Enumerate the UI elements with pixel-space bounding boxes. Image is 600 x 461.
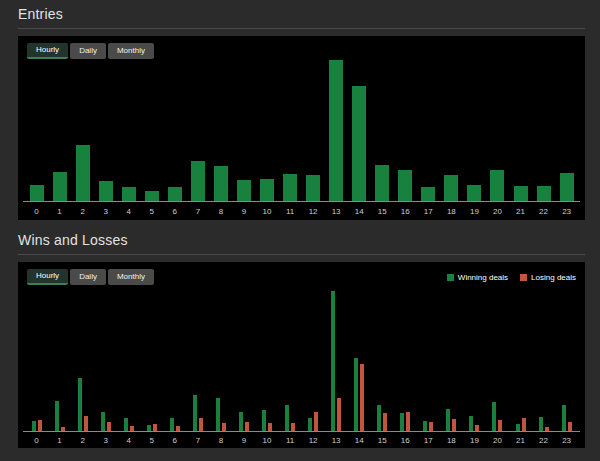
wins-losses-x-tick-3: 3: [94, 436, 117, 445]
wins-losses-bar-loss-7: [199, 418, 203, 431]
entries-slot-0: [25, 185, 48, 201]
wins-losses-bar-win-23: [562, 405, 566, 431]
entries-slot-20: [486, 170, 509, 201]
wins-losses-slot-3: [94, 412, 117, 431]
entries-bar-entries-21: [514, 186, 528, 201]
wins-losses-bar-loss-1: [61, 427, 65, 431]
wins-losses-tab-daily[interactable]: Daily: [70, 269, 106, 285]
entries-x-tick-14: 14: [348, 207, 371, 216]
wins-losses-slot-11: [279, 405, 302, 431]
wins-losses-slot-7: [186, 395, 209, 431]
entries-slot-1: [48, 172, 71, 201]
wins-losses-bar-win-21: [516, 424, 520, 431]
legend-item-winning-deals[interactable]: Winning deals: [447, 273, 508, 282]
entries-bar-entries-18: [444, 175, 458, 201]
wins-losses-bar-loss-13: [337, 398, 341, 431]
wins-losses-legend: Winning deals Losing deals: [447, 273, 576, 282]
entries-tab-hourly[interactable]: Hourly: [27, 43, 68, 59]
entries-bar-entries-17: [421, 187, 435, 201]
entries-x-tick-11: 11: [279, 207, 302, 216]
wins-losses-x-tick-7: 7: [186, 436, 209, 445]
wins-losses-bar-win-8: [216, 398, 220, 431]
entries-bar-entries-19: [467, 185, 481, 201]
entries-slot-10: [255, 179, 278, 201]
entries-slot-19: [463, 185, 486, 201]
entries-bar-entries-23: [560, 173, 574, 201]
entries-slot-23: [555, 173, 578, 201]
wins-losses-tab-hourly[interactable]: Hourly: [27, 269, 68, 285]
wins-losses-chart-panel: Hourly Daily Monthly Winning deals Losin…: [18, 262, 585, 448]
entries-bar-entries-9: [237, 180, 251, 201]
entries-x-tick-4: 4: [117, 207, 140, 216]
entries-x-tick-3: 3: [94, 207, 117, 216]
entries-x-tick-2: 2: [71, 207, 94, 216]
wins-losses-slot-9: [232, 412, 255, 431]
entries-bar-entries-6: [168, 187, 182, 201]
entries-slot-8: [209, 166, 232, 201]
entries-x-tick-21: 21: [509, 207, 532, 216]
wins-losses-bar-loss-11: [291, 423, 295, 431]
wins-losses-bar-win-7: [193, 395, 197, 431]
entries-x-tick-10: 10: [255, 207, 278, 216]
legend-item-losing-deals[interactable]: Losing deals: [520, 273, 576, 282]
wins-losses-x-tick-20: 20: [486, 436, 509, 445]
entries-bar-entries-4: [122, 187, 136, 201]
wins-losses-x-tick-12: 12: [302, 436, 325, 445]
wins-losses-bar-loss-8: [222, 423, 226, 431]
wins-losses-bar-win-19: [469, 416, 473, 431]
wins-losses-bar-loss-22: [545, 427, 549, 431]
wins-losses-bar-win-14: [354, 358, 358, 431]
wins-losses-bar-loss-15: [383, 413, 387, 431]
wins-losses-bar-win-22: [539, 417, 543, 431]
entries-x-tick-16: 16: [394, 207, 417, 216]
wins-losses-slot-6: [163, 418, 186, 431]
winning-deals-legend-label: Winning deals: [458, 273, 508, 282]
wins-losses-tab-monthly[interactable]: Monthly: [108, 269, 154, 285]
wins-losses-x-tick-8: 8: [209, 436, 232, 445]
entries-slot-9: [232, 180, 255, 201]
wins-losses-title-divider: [18, 254, 585, 255]
wins-losses-x-tick-5: 5: [140, 436, 163, 445]
entries-x-tick-7: 7: [186, 207, 209, 216]
wins-losses-slot-10: [255, 410, 278, 431]
entries-bar-entries-10: [260, 179, 274, 201]
wins-losses-slot-23: [555, 405, 578, 431]
wins-losses-x-tick-21: 21: [509, 436, 532, 445]
wins-losses-bar-win-18: [446, 409, 450, 431]
entries-x-tick-0: 0: [25, 207, 48, 216]
wins-losses-x-tick-2: 2: [71, 436, 94, 445]
wins-losses-x-tick-13: 13: [325, 436, 348, 445]
entries-slot-14: [348, 86, 371, 201]
wins-losses-bar-win-10: [262, 410, 266, 431]
entries-slot-11: [279, 174, 302, 201]
entries-bar-entries-3: [99, 181, 113, 201]
wins-losses-bar-loss-10: [268, 423, 272, 431]
wins-losses-x-tick-17: 17: [417, 436, 440, 445]
entries-bar-entries-0: [30, 185, 44, 201]
wins-losses-slot-12: [302, 412, 325, 431]
wins-losses-slot-4: [117, 418, 140, 431]
entries-tab-monthly[interactable]: Monthly: [108, 43, 154, 59]
entries-slot-6: [163, 187, 186, 201]
wins-losses-bar-loss-16: [406, 412, 410, 431]
wins-losses-bar-loss-23: [568, 422, 572, 431]
wins-losses-x-tick-22: 22: [532, 436, 555, 445]
entries-x-tick-23: 23: [555, 207, 578, 216]
entries-slot-15: [371, 165, 394, 201]
entries-section-title: Entries: [18, 6, 585, 22]
entries-title-divider: [18, 28, 585, 29]
wins-losses-bar-loss-21: [522, 418, 526, 431]
entries-slot-13: [325, 60, 348, 201]
entries-bar-entries-15: [375, 165, 389, 201]
wins-losses-bar-win-17: [423, 421, 427, 431]
wins-losses-x-tick-4: 4: [117, 436, 140, 445]
entries-x-tick-6: 6: [163, 207, 186, 216]
entries-x-tick-15: 15: [371, 207, 394, 216]
entries-tab-daily[interactable]: Daily: [70, 43, 106, 59]
wins-losses-bar-win-0: [32, 421, 36, 431]
page-content: Entries Hourly Daily Monthly 01234567891…: [18, 0, 585, 448]
wins-losses-bar-win-16: [400, 413, 404, 431]
wins-losses-bar-loss-20: [498, 420, 502, 431]
wins-losses-bar-win-20: [492, 402, 496, 431]
wins-losses-bar-loss-12: [314, 412, 318, 431]
